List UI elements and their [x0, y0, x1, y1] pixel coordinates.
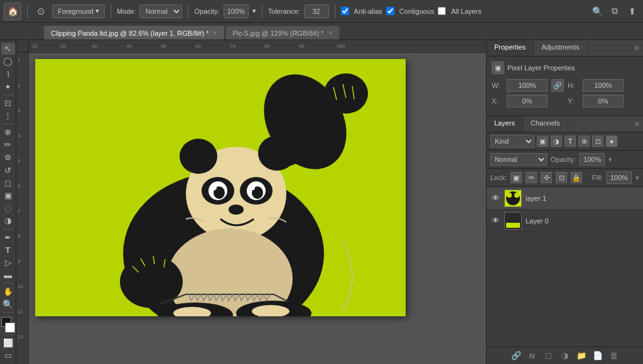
- tab-clipping-panda[interactable]: Clipping Panda ltd.jpg @ 82.6% (layer 1,…: [44, 26, 224, 40]
- lasso-tool-button[interactable]: ⌇: [1, 68, 15, 80]
- lock-all-btn[interactable]: 🔒: [571, 172, 582, 183]
- opacity-label: Opacity:: [194, 8, 219, 15]
- ruler-left: 1 2 3 4 5 6 7 8 9 10 11 12: [16, 40, 29, 364]
- layer-filter-type[interactable]: T: [565, 136, 576, 147]
- share-icon[interactable]: ⬆: [625, 4, 639, 18]
- prop-link-button[interactable]: 🔗: [551, 79, 564, 92]
- prop-h-input[interactable]: [583, 79, 624, 92]
- anti-alias-checkbox[interactable]: [341, 7, 349, 15]
- screen-mode-button[interactable]: ▭: [1, 350, 15, 361]
- tab-adjustments[interactable]: Adjustments: [534, 40, 588, 56]
- ellipse-marquee-button[interactable]: ◯: [1, 55, 15, 67]
- layer-item-0[interactable]: 👁 Layer 0: [487, 210, 643, 232]
- svg-text:11: 11: [18, 309, 23, 314]
- svg-point-43: [212, 185, 217, 190]
- ruler-top-svg: 10 20 30 40 50 60 70 80 90 100: [29, 40, 486, 52]
- lock-artboard-btn[interactable]: ⊡: [556, 172, 567, 183]
- prop-w-label: W:: [492, 82, 503, 89]
- active-tool-icon[interactable]: ⊙: [33, 4, 48, 19]
- zoom-tool-button[interactable]: 🔍: [1, 298, 15, 310]
- layer-filter-pixel[interactable]: ▣: [537, 136, 548, 147]
- layer-fx-button[interactable]: fx: [527, 350, 538, 361]
- quick-mask-button[interactable]: ⬜: [1, 337, 15, 349]
- opacity-input[interactable]: [224, 4, 249, 18]
- all-layers-label: All Layers: [451, 8, 481, 15]
- move-tool-button[interactable]: ↖: [1, 43, 15, 55]
- pen-tool-button[interactable]: ✒: [1, 231, 15, 243]
- layer-item-1[interactable]: 👁 layer 1: [487, 187, 643, 210]
- layer-group-button[interactable]: 📁: [576, 350, 587, 361]
- path-select-button[interactable]: ▷: [1, 257, 15, 269]
- tolerance-input[interactable]: [304, 4, 329, 18]
- svg-text:1: 1: [18, 58, 21, 63]
- tab-close-1[interactable]: ✕: [212, 30, 217, 36]
- canvas-area[interactable]: 10 20 30 40 50 60 70 80 90 100 1 2 3 4 5…: [16, 40, 486, 364]
- history-brush-button[interactable]: ↺: [1, 164, 15, 176]
- tab-channels[interactable]: Channels: [523, 116, 568, 132]
- svg-text:2: 2: [18, 83, 21, 88]
- text-tool-button[interactable]: T: [1, 244, 15, 256]
- window-arrange-icon[interactable]: ⧉: [608, 4, 622, 18]
- opacity-input[interactable]: [580, 153, 605, 166]
- layer-filter-selected[interactable]: ●: [606, 136, 617, 147]
- home-button[interactable]: 🏠: [4, 3, 21, 20]
- tab-close-2[interactable]: ✕: [328, 30, 333, 36]
- layer-visibility-1[interactable]: 👁: [490, 193, 500, 203]
- layer-link-button[interactable]: 🔗: [511, 350, 522, 361]
- lt-sep-3: [3, 229, 14, 230]
- properties-panel-menu[interactable]: ≡: [630, 40, 643, 56]
- layer-filter-smart[interactable]: ⊡: [592, 136, 603, 147]
- blend-mode-select[interactable]: Normal Multiply Screen: [490, 153, 547, 166]
- layer-mask-button[interactable]: ◻: [543, 350, 554, 361]
- main-area: ↖ ◯ ⌇ ✦ ⊡ ⋮ ⊕ ✏ ⊚ ↺ ◻ ▣ ◌ ◑ ✒ T ▷ ▬ ✋ 🔍 …: [0, 40, 643, 364]
- dodge-tool-button[interactable]: ◑: [1, 215, 15, 227]
- tab-layers[interactable]: Layers: [487, 116, 523, 132]
- prop-y-label: Y:: [568, 97, 579, 105]
- eyedropper-tool-button[interactable]: ⋮: [1, 110, 15, 122]
- hand-tool-button[interactable]: ✋: [1, 286, 15, 297]
- contiguous-checkbox[interactable]: [386, 7, 394, 15]
- properties-content: ▣ Pixel Layer Properties W: 🔗 H: X: Y:: [487, 56, 643, 115]
- svg-point-38: [120, 255, 183, 308]
- lock-image-btn[interactable]: ✏: [526, 172, 537, 183]
- lock-transparent-btn[interactable]: ▣: [511, 172, 522, 183]
- eraser-tool-button[interactable]: ◻: [1, 177, 15, 189]
- layer-thumb-0: [504, 212, 522, 230]
- fill-input[interactable]: [607, 171, 632, 184]
- svg-text:40: 40: [126, 43, 132, 49]
- background-color-swatch[interactable]: [5, 323, 15, 333]
- prop-x-input[interactable]: [507, 95, 548, 107]
- wand-tool-button[interactable]: ✦: [1, 81, 15, 93]
- layer-visibility-0[interactable]: 👁: [490, 216, 500, 226]
- layer-filter-adjust[interactable]: ◑: [551, 136, 562, 147]
- search-icon[interactable]: 🔍: [590, 4, 604, 18]
- layers-panel-menu[interactable]: ≡: [630, 116, 643, 132]
- canvas-image[interactable]: [35, 59, 406, 316]
- tab-pic5[interactable]: Pic-5.jpg @ 129% (RGB/8#) * ✕: [225, 26, 339, 40]
- blur-tool-button[interactable]: ◌: [1, 202, 15, 214]
- tool-foreground-button[interactable]: Foreground ▾: [52, 4, 105, 18]
- svg-text:8: 8: [18, 233, 21, 239]
- all-layers-checkbox[interactable]: [438, 7, 446, 15]
- layer-filter-shape[interactable]: ⊕: [578, 136, 590, 147]
- lock-position-btn[interactable]: ✣: [541, 172, 552, 183]
- gradient-tool-button[interactable]: ▣: [1, 190, 15, 201]
- crop-tool-button[interactable]: ⊡: [1, 97, 15, 109]
- layer-new-button[interactable]: 📄: [592, 350, 603, 361]
- canvas-document[interactable]: [35, 59, 406, 316]
- mode-select[interactable]: Normal Multiply Screen: [139, 4, 182, 18]
- layer-adjustment-button[interactable]: ◑: [559, 350, 571, 361]
- clone-tool-button[interactable]: ⊚: [1, 151, 15, 163]
- tab-properties[interactable]: Properties: [487, 40, 534, 56]
- shape-tool-button[interactable]: ▬: [1, 269, 15, 281]
- mode-label: Mode:: [117, 8, 136, 15]
- heal-tool-button[interactable]: ⊕: [1, 126, 15, 138]
- prop-y-input[interactable]: [583, 95, 624, 107]
- svg-point-35: [229, 205, 244, 215]
- layer-kind-select[interactable]: Kind: [490, 135, 534, 147]
- brush-tool-button[interactable]: ✏: [1, 139, 15, 151]
- layer-delete-button[interactable]: 🗑: [608, 350, 620, 361]
- separator-4: [262, 4, 262, 18]
- prop-w-row: W: 🔗 H:: [492, 79, 638, 92]
- prop-w-input[interactable]: [507, 79, 548, 92]
